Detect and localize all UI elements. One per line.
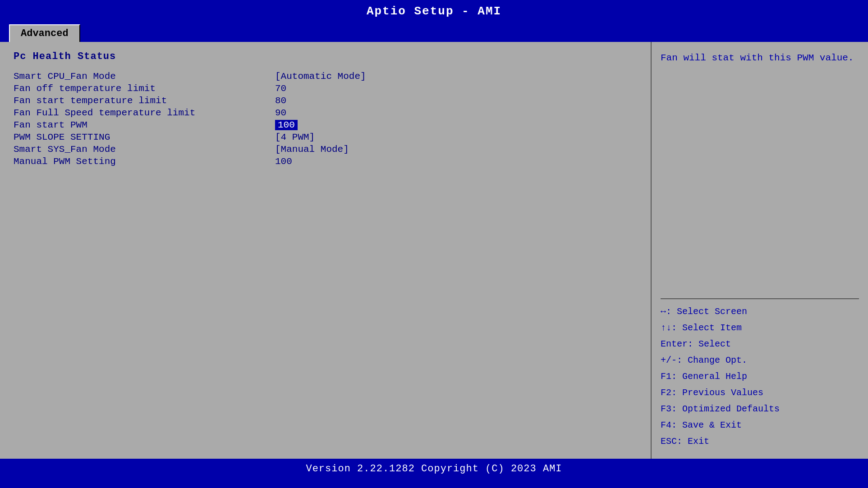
key-help-row: Enter: Select <box>661 336 859 352</box>
table-row[interactable]: Fan Full Speed temperature limit90 <box>14 108 637 118</box>
tab-advanced[interactable]: Advanced <box>9 24 80 42</box>
table-row[interactable]: Fan start PWM100 <box>14 120 637 130</box>
key-label: Enter: Select <box>661 339 731 349</box>
key-help-row: F3: Optimized Defaults <box>661 401 859 417</box>
setting-value: 100 <box>275 156 292 167</box>
setting-label: Fan start temperature limit <box>14 96 275 106</box>
key-label: F1: General Help <box>661 371 747 382</box>
app-title: Aptio Setup - AMI <box>367 5 501 18</box>
setting-value: [4 PWM] <box>275 132 315 142</box>
footer-text: Version 2.22.1282 Copyright (C) 2023 AMI <box>306 463 562 474</box>
setting-value: 70 <box>275 83 286 94</box>
key-help-row: ESC: Exit <box>661 433 859 450</box>
table-row[interactable]: Fan start temperature limit80 <box>14 96 637 106</box>
table-row[interactable]: Fan off temperature limit70 <box>14 83 637 94</box>
key-help: ↔: Select Screen↑↓: Select ItemEnter: Se… <box>661 304 859 450</box>
setting-value[interactable]: 100 <box>275 120 298 130</box>
setting-label: Smart CPU_Fan Mode <box>14 71 275 82</box>
key-label: F3: Optimized Defaults <box>661 404 780 414</box>
setting-value: 80 <box>275 96 286 106</box>
setting-label: Fan Full Speed temperature limit <box>14 108 275 118</box>
key-help-row: +/-: Change Opt. <box>661 352 859 369</box>
setting-label: Fan start PWM <box>14 120 275 130</box>
key-label: F4: Save & Exit <box>661 420 742 430</box>
title-bar: Aptio Setup - AMI <box>0 0 868 23</box>
table-row[interactable]: Smart SYS_Fan Mode[Manual Mode] <box>14 144 637 155</box>
divider <box>661 298 859 299</box>
key-help-row: ↑↓: Select Item <box>661 320 859 336</box>
left-panel: Pc Health Status Smart CPU_Fan Mode[Auto… <box>0 42 652 459</box>
right-panel: Fan will stat with this PWM value. ↔: Se… <box>652 42 868 459</box>
key-help-row: F1: General Help <box>661 369 859 385</box>
footer-bar: Version 2.22.1282 Copyright (C) 2023 AMI <box>0 459 868 479</box>
setting-label: PWM SLOPE SETTING <box>14 132 275 142</box>
setting-value: 90 <box>275 108 286 118</box>
section-title: Pc Health Status <box>14 51 637 62</box>
setting-value: [Manual Mode] <box>275 144 349 155</box>
settings-list: Smart CPU_Fan Mode[Automatic Mode]Fan of… <box>14 71 637 167</box>
help-text: Fan will stat with this PWM value. <box>661 51 859 289</box>
setting-label: Smart SYS_Fan Mode <box>14 144 275 155</box>
key-help-row: F4: Save & Exit <box>661 417 859 433</box>
table-row[interactable]: PWM SLOPE SETTING[4 PWM] <box>14 132 637 142</box>
key-label: ↔: Select Screen <box>661 306 747 317</box>
setting-label: Fan off temperature limit <box>14 83 275 94</box>
key-help-row: ↔: Select Screen <box>661 304 859 320</box>
tab-bar: Advanced <box>0 23 868 42</box>
setting-label: Manual PWM Setting <box>14 156 275 167</box>
key-label: +/-: Change Opt. <box>661 355 747 365</box>
setting-value: [Automatic Mode] <box>275 71 366 82</box>
key-label: ↑↓: Select Item <box>661 323 742 333</box>
key-help-row: F2: Previous Values <box>661 385 859 401</box>
table-row[interactable]: Manual PWM Setting100 <box>14 156 637 167</box>
main-content: Pc Health Status Smart CPU_Fan Mode[Auto… <box>0 42 868 459</box>
key-label: ESC: Exit <box>661 436 709 447</box>
table-row[interactable]: Smart CPU_Fan Mode[Automatic Mode] <box>14 71 637 82</box>
key-label: F2: Previous Values <box>661 388 763 398</box>
